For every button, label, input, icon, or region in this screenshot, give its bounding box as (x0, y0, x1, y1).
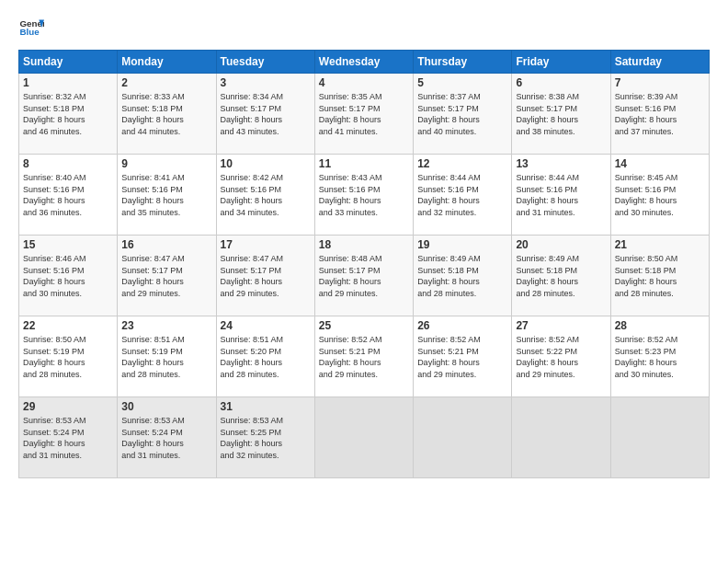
day-number: 3 (221, 76, 311, 89)
day-cell: 8Sunrise: 8:40 AM Sunset: 5:16 PM Daylig… (19, 155, 118, 236)
day-cell: 29Sunrise: 8:53 AM Sunset: 5:24 PM Dayli… (19, 397, 118, 478)
day-info: Sunrise: 8:34 AM Sunset: 5:17 PM Dayligh… (221, 91, 311, 137)
day-info: Sunrise: 8:52 AM Sunset: 5:22 PM Dayligh… (516, 334, 606, 380)
day-number: 17 (221, 238, 311, 251)
day-number: 15 (23, 238, 113, 251)
header-cell-monday: Monday (118, 51, 216, 74)
day-number: 20 (516, 238, 606, 251)
day-number: 26 (417, 319, 507, 332)
header-cell-friday: Friday (512, 51, 610, 74)
day-info: Sunrise: 8:50 AM Sunset: 5:18 PM Dayligh… (615, 253, 705, 299)
day-cell: 18Sunrise: 8:48 AM Sunset: 5:17 PM Dayli… (314, 236, 413, 316)
day-cell: 22Sunrise: 8:50 AM Sunset: 5:19 PM Dayli… (19, 316, 118, 397)
day-cell: 20Sunrise: 8:49 AM Sunset: 5:18 PM Dayli… (512, 236, 610, 316)
calendar-table: SundayMondayTuesdayWednesdayThursdayFrid… (18, 50, 710, 478)
day-cell: 30Sunrise: 8:53 AM Sunset: 5:24 PM Dayli… (118, 397, 216, 478)
day-info: Sunrise: 8:47 AM Sunset: 5:17 PM Dayligh… (121, 253, 211, 299)
day-info: Sunrise: 8:47 AM Sunset: 5:17 PM Dayligh… (221, 253, 311, 299)
day-info: Sunrise: 8:48 AM Sunset: 5:17 PM Dayligh… (319, 253, 409, 299)
day-number: 21 (615, 238, 705, 251)
calendar-container: General Blue SundayMondayTuesdayWednesda… (0, 0, 728, 563)
day-info: Sunrise: 8:44 AM Sunset: 5:16 PM Dayligh… (417, 172, 507, 218)
header-cell-thursday: Thursday (414, 51, 512, 74)
week-row-0: 1Sunrise: 8:32 AM Sunset: 5:18 PM Daylig… (19, 74, 710, 155)
day-cell (512, 397, 610, 478)
day-info: Sunrise: 8:44 AM Sunset: 5:16 PM Dayligh… (516, 172, 606, 218)
day-cell (610, 397, 709, 478)
week-row-4: 29Sunrise: 8:53 AM Sunset: 5:24 PM Dayli… (19, 397, 710, 478)
day-number: 25 (319, 319, 409, 332)
day-cell: 11Sunrise: 8:43 AM Sunset: 5:16 PM Dayli… (314, 155, 413, 236)
day-cell: 13Sunrise: 8:44 AM Sunset: 5:16 PM Dayli… (512, 155, 610, 236)
day-cell: 28Sunrise: 8:52 AM Sunset: 5:23 PM Dayli… (610, 316, 709, 397)
day-number: 4 (319, 76, 409, 89)
header-cell-saturday: Saturday (610, 51, 709, 74)
day-number: 7 (615, 76, 705, 89)
header: General Blue (18, 15, 710, 40)
week-row-2: 15Sunrise: 8:46 AM Sunset: 5:16 PM Dayli… (19, 236, 710, 316)
day-info: Sunrise: 8:40 AM Sunset: 5:16 PM Dayligh… (23, 172, 113, 218)
day-number: 23 (121, 319, 211, 332)
week-row-1: 8Sunrise: 8:40 AM Sunset: 5:16 PM Daylig… (19, 155, 710, 236)
day-info: Sunrise: 8:41 AM Sunset: 5:16 PM Dayligh… (121, 172, 211, 218)
day-info: Sunrise: 8:35 AM Sunset: 5:17 PM Dayligh… (319, 91, 409, 137)
day-info: Sunrise: 8:52 AM Sunset: 5:21 PM Dayligh… (319, 334, 409, 380)
day-info: Sunrise: 8:53 AM Sunset: 5:25 PM Dayligh… (221, 415, 311, 461)
day-info: Sunrise: 8:37 AM Sunset: 5:17 PM Dayligh… (417, 91, 507, 137)
day-number: 31 (221, 400, 311, 413)
logo: General Blue (18, 15, 44, 40)
day-number: 30 (121, 400, 211, 413)
day-number: 9 (121, 157, 211, 170)
day-cell: 2Sunrise: 8:33 AM Sunset: 5:18 PM Daylig… (118, 74, 216, 155)
day-info: Sunrise: 8:51 AM Sunset: 5:19 PM Dayligh… (121, 334, 211, 380)
day-cell: 31Sunrise: 8:53 AM Sunset: 5:25 PM Dayli… (216, 397, 314, 478)
day-number: 28 (615, 319, 705, 332)
day-info: Sunrise: 8:42 AM Sunset: 5:16 PM Dayligh… (221, 172, 311, 218)
day-cell: 12Sunrise: 8:44 AM Sunset: 5:16 PM Dayli… (414, 155, 512, 236)
day-info: Sunrise: 8:50 AM Sunset: 5:19 PM Dayligh… (23, 334, 113, 380)
day-info: Sunrise: 8:39 AM Sunset: 5:16 PM Dayligh… (615, 91, 705, 137)
day-number: 13 (516, 157, 606, 170)
day-cell: 10Sunrise: 8:42 AM Sunset: 5:16 PM Dayli… (216, 155, 314, 236)
day-info: Sunrise: 8:38 AM Sunset: 5:17 PM Dayligh… (516, 91, 606, 137)
day-number: 22 (23, 319, 113, 332)
header-row: SundayMondayTuesdayWednesdayThursdayFrid… (19, 51, 710, 74)
day-cell: 26Sunrise: 8:52 AM Sunset: 5:21 PM Dayli… (414, 316, 512, 397)
day-cell: 27Sunrise: 8:52 AM Sunset: 5:22 PM Dayli… (512, 316, 610, 397)
day-cell: 23Sunrise: 8:51 AM Sunset: 5:19 PM Dayli… (118, 316, 216, 397)
day-info: Sunrise: 8:52 AM Sunset: 5:23 PM Dayligh… (615, 334, 705, 380)
day-info: Sunrise: 8:53 AM Sunset: 5:24 PM Dayligh… (121, 415, 211, 461)
day-cell: 19Sunrise: 8:49 AM Sunset: 5:18 PM Dayli… (414, 236, 512, 316)
day-cell: 4Sunrise: 8:35 AM Sunset: 5:17 PM Daylig… (314, 74, 413, 155)
day-cell: 21Sunrise: 8:50 AM Sunset: 5:18 PM Dayli… (610, 236, 709, 316)
day-cell: 14Sunrise: 8:45 AM Sunset: 5:16 PM Dayli… (610, 155, 709, 236)
day-number: 19 (417, 238, 507, 251)
day-info: Sunrise: 8:32 AM Sunset: 5:18 PM Dayligh… (23, 91, 113, 137)
day-info: Sunrise: 8:51 AM Sunset: 5:20 PM Dayligh… (221, 334, 311, 380)
day-info: Sunrise: 8:33 AM Sunset: 5:18 PM Dayligh… (121, 91, 211, 137)
day-cell: 7Sunrise: 8:39 AM Sunset: 5:16 PM Daylig… (610, 74, 709, 155)
day-number: 27 (516, 319, 606, 332)
header-cell-tuesday: Tuesday (216, 51, 314, 74)
day-info: Sunrise: 8:53 AM Sunset: 5:24 PM Dayligh… (23, 415, 113, 461)
day-number: 16 (121, 238, 211, 251)
day-number: 29 (23, 400, 113, 413)
svg-text:Blue: Blue (19, 27, 40, 37)
day-number: 2 (121, 76, 211, 89)
logo-icon: General Blue (18, 15, 44, 40)
day-cell: 16Sunrise: 8:47 AM Sunset: 5:17 PM Dayli… (118, 236, 216, 316)
day-number: 12 (417, 157, 507, 170)
day-number: 8 (23, 157, 113, 170)
day-info: Sunrise: 8:49 AM Sunset: 5:18 PM Dayligh… (516, 253, 606, 299)
header-cell-wednesday: Wednesday (314, 51, 413, 74)
week-row-3: 22Sunrise: 8:50 AM Sunset: 5:19 PM Dayli… (19, 316, 710, 397)
day-cell: 25Sunrise: 8:52 AM Sunset: 5:21 PM Dayli… (314, 316, 413, 397)
day-cell: 6Sunrise: 8:38 AM Sunset: 5:17 PM Daylig… (512, 74, 610, 155)
day-number: 10 (221, 157, 311, 170)
day-cell: 9Sunrise: 8:41 AM Sunset: 5:16 PM Daylig… (118, 155, 216, 236)
day-info: Sunrise: 8:43 AM Sunset: 5:16 PM Dayligh… (319, 172, 409, 218)
day-cell: 17Sunrise: 8:47 AM Sunset: 5:17 PM Dayli… (216, 236, 314, 316)
day-number: 14 (615, 157, 705, 170)
day-number: 6 (516, 76, 606, 89)
day-cell: 5Sunrise: 8:37 AM Sunset: 5:17 PM Daylig… (414, 74, 512, 155)
